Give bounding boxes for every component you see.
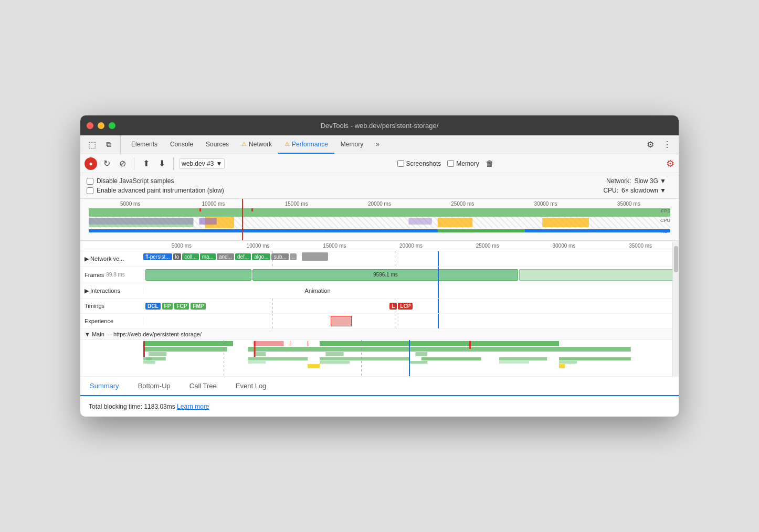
badge-lcp[interactable]: LCP	[398, 303, 413, 310]
dashed-3-timings	[395, 299, 395, 313]
net-tag-0[interactable]: ff-persist...	[143, 253, 172, 260]
badge-fmp[interactable]: FMP	[191, 303, 206, 310]
cpu-setting: CPU: 6× slowdown ▼	[603, 187, 666, 194]
scrollbar-thumb[interactable]	[674, 246, 678, 272]
badge-fp[interactable]: FP	[162, 303, 173, 310]
minimize-button[interactable]	[98, 122, 104, 129]
blue-cursor-timings	[438, 299, 439, 313]
advanced-paint-input[interactable]	[87, 187, 93, 194]
svg-rect-18	[320, 347, 559, 352]
network-row-label[interactable]: ▶ Network ve...	[80, 256, 143, 262]
settings-icon[interactable]: ⚙	[643, 137, 658, 152]
disable-js-input[interactable]	[87, 178, 93, 185]
tab-console[interactable]: Console	[164, 135, 199, 154]
net-tag-2[interactable]: coll...	[182, 253, 198, 260]
svg-rect-16	[143, 347, 227, 352]
trash-icon[interactable]: 🗑	[486, 159, 494, 168]
badge-dcl[interactable]: DCL	[145, 303, 161, 310]
record-icon: ●	[89, 160, 92, 167]
tab-more[interactable]: »	[370, 135, 386, 154]
network-cpu-settings: Network: Slow 3G ▼ CPU: 6× slowdown ▼	[603, 177, 672, 194]
maximize-button[interactable]	[109, 122, 115, 129]
record-button[interactable]: ●	[85, 157, 97, 170]
flame-chart[interactable]	[80, 340, 679, 377]
net-bar-green	[438, 229, 525, 232]
cursor-icon[interactable]: ⬚	[85, 137, 99, 152]
frames-label-text: Frames	[85, 272, 104, 278]
net-tag-5[interactable]: def...	[235, 253, 251, 260]
clear-button[interactable]: ⊘	[116, 157, 129, 170]
dock-icon[interactable]: ⧉	[101, 137, 116, 152]
network-dropdown[interactable]: Slow 3G ▼	[634, 177, 666, 185]
session-dropdown-icon: ▼	[216, 160, 222, 167]
time-mark-6: 35000 ms	[587, 201, 670, 207]
net-tag-4[interactable]: and...	[217, 253, 234, 260]
memory-check-input[interactable]	[447, 160, 454, 167]
sep2	[173, 157, 174, 170]
tab-call-tree[interactable]: Call Tree	[180, 377, 226, 396]
svg-rect-12	[254, 341, 284, 346]
net-tag-6[interactable]: algo...	[252, 253, 270, 260]
net-tag-1[interactable]: lo	[173, 253, 182, 260]
time-mark-0: 5000 ms	[89, 201, 172, 207]
svg-rect-21	[254, 352, 266, 356]
interactions-label[interactable]: ▶ Interactions	[80, 288, 143, 294]
main-section-label: ▼ Main — https://web.dev/persistent-stor…	[80, 329, 679, 340]
tab-elements[interactable]: Elements	[125, 135, 164, 154]
download-button[interactable]: ⬇	[155, 157, 168, 170]
frame-block-3[interactable]	[519, 269, 677, 281]
tab-memory[interactable]: Memory	[334, 135, 370, 154]
timings-content: DCL FP FCP FMP L LCP	[143, 299, 679, 313]
timings-label: Timings	[80, 303, 143, 309]
memory-checkbox[interactable]: Memory	[447, 160, 479, 167]
svg-rect-13	[290, 341, 290, 346]
svg-rect-31	[559, 357, 631, 360]
badge-fcp[interactable]: FCP	[174, 303, 189, 310]
tab-summary[interactable]: Summary	[80, 377, 129, 396]
time-mark-3: 20000 ms	[338, 201, 421, 207]
timings-row: Timings DCL FP FCP FMP L LCP	[80, 299, 679, 314]
time-mark-2: 15000 ms	[255, 201, 338, 207]
red-gear-icon[interactable]: ⚙	[666, 158, 674, 169]
net-tag-3[interactable]: ma...	[200, 253, 216, 260]
svg-rect-29	[421, 357, 481, 360]
cpu-hatch-svg	[89, 217, 670, 228]
svg-rect-32	[143, 361, 155, 364]
close-button[interactable]	[87, 122, 93, 129]
disable-js-checkbox[interactable]: Disable JavaScript samples	[87, 177, 224, 185]
upload-button[interactable]: ⬆	[140, 157, 152, 170]
tab-event-log[interactable]: Event Log	[226, 377, 276, 396]
net-tag-7[interactable]: sub...	[271, 253, 288, 260]
timeline-detail[interactable]: 5000 ms 10000 ms 15000 ms 20000 ms 25000…	[80, 241, 679, 377]
tab-network[interactable]: ⚠ Network	[235, 135, 278, 154]
blue-cursor-network	[438, 251, 439, 266]
experience-label-text: Experience	[85, 318, 113, 324]
experience-block[interactable]	[331, 316, 352, 326]
advanced-paint-checkbox[interactable]: Enable advanced paint instrumentation (s…	[87, 187, 224, 194]
fps-red-1	[199, 208, 201, 211]
net-tag-8[interactable]: ..	[290, 253, 297, 260]
frame-block-2[interactable]: 9596.1 ms	[252, 269, 518, 281]
network-row-label-text: ▶ Network ve...	[85, 256, 124, 262]
svg-rect-17	[248, 347, 320, 352]
reload-button[interactable]: ↻	[100, 157, 113, 170]
tab-performance[interactable]: ⚠ Performance	[278, 135, 334, 154]
screenshots-check-input[interactable]	[397, 160, 404, 167]
learn-more-link[interactable]: Learn more	[177, 403, 209, 410]
frames-duration-1: 99.8 ms	[106, 272, 125, 278]
timeline-overview[interactable]: 5000 ms 10000 ms 15000 ms 20000 ms 25000…	[80, 199, 679, 241]
badge-l[interactable]: L	[389, 303, 397, 310]
svg-rect-33	[248, 361, 266, 364]
fps-area: FPS	[89, 208, 670, 217]
screenshots-checkbox[interactable]: Screenshots	[397, 160, 441, 167]
tab-bottom-up[interactable]: Bottom-Up	[129, 377, 180, 396]
session-select[interactable]: web.dev #3 ▼	[179, 158, 225, 169]
detail-mark-3: 20000 ms	[373, 243, 449, 249]
frame-block-1[interactable]	[145, 269, 251, 281]
more-icon[interactable]: ⋮	[660, 137, 674, 152]
cpu-dropdown[interactable]: 6× slowdown ▼	[621, 187, 666, 194]
tab-sources[interactable]: Sources	[199, 135, 235, 154]
svg-rect-40	[143, 341, 145, 357]
vertical-scrollbar[interactable]	[672, 241, 679, 377]
cpu-dropdown-arrow: ▼	[660, 187, 666, 194]
